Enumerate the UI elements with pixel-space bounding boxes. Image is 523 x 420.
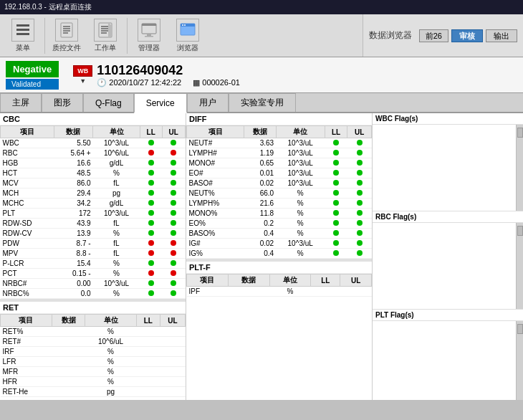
tab-graph[interactable]: 图形 — [42, 93, 83, 112]
cbc-unit: 10^3/uL — [93, 209, 140, 219]
diff-ll — [325, 178, 347, 188]
cbc-ll — [140, 259, 162, 269]
svg-rect-0 — [16, 24, 29, 27]
wbc-scroll-thumb[interactable] — [517, 128, 523, 138]
tab-qflag[interactable]: Q-Flag — [83, 93, 134, 112]
patient-info: 110126409042 🕐 2020/10/27 12:42:22 ▦ 000… — [97, 63, 240, 87]
wb-icon: WB — [73, 65, 92, 77]
tab-service[interactable]: Service — [134, 93, 187, 113]
ret-unit: pg — [85, 387, 136, 397]
toolbar-manager[interactable]: 管理器 — [132, 19, 166, 53]
plt-scrollbar[interactable] — [516, 321, 523, 400]
diff-ul — [347, 209, 372, 219]
cbc-item: PCT — [1, 269, 54, 279]
cbc-ll — [140, 199, 162, 209]
diff-unit: 10^3/uL — [276, 148, 325, 158]
ul-dot — [171, 250, 176, 256]
ret-value — [52, 357, 85, 367]
ret-ul — [160, 347, 185, 357]
ret-ul — [160, 337, 185, 347]
tab-user[interactable]: 用户 — [187, 93, 229, 112]
cbc-unit: pg — [93, 188, 140, 199]
pltf-col-ll: LL — [311, 275, 340, 287]
svg-rect-1 — [16, 29, 29, 31]
ret-ll — [136, 347, 160, 357]
ul-dot — [357, 180, 363, 186]
ul-dot — [171, 180, 176, 186]
ret-row-0: RET% % — [1, 327, 186, 337]
browser-label: 浏览器 — [177, 43, 198, 53]
right-panel: WBC Flag(s) RBC Flag(s) PLT Flag(s) — [373, 113, 523, 400]
rbc-scrollbar[interactable] — [516, 223, 523, 309]
cbc-ul — [162, 148, 185, 158]
cbc-item: RDW-SD — [1, 219, 54, 229]
ret-row-3: LFR % — [1, 357, 186, 367]
cbc-item: HGB — [1, 158, 54, 168]
wb-icon-wrap: WB ▼ — [73, 65, 92, 85]
diff-value: 0.4 — [244, 249, 277, 259]
cbc-unit: fL — [93, 178, 140, 188]
wb-container: WB ▼ 110126409042 🕐 2020/10/27 12:42:22 … — [73, 63, 240, 87]
diff-ul — [347, 138, 372, 148]
diff-item: BASO# — [187, 178, 244, 188]
diff-row-5: NEUT% 66.0 % — [187, 188, 372, 199]
ret-row-5: HFR % — [1, 377, 186, 387]
cbc-value: 0.0 — [54, 289, 92, 299]
cbc-ll — [140, 289, 162, 299]
diff-ul — [347, 239, 372, 249]
cbc-ul — [162, 279, 185, 289]
barcode-icon: ▦ — [193, 78, 200, 87]
ll-dot — [333, 210, 339, 216]
ul-dot — [357, 170, 363, 176]
ll-dot — [148, 160, 154, 166]
patient-datetime: 🕐 2020/10/27 12:42:22 — [97, 78, 181, 87]
diff-row-0: NEUT# 3.63 10^3/uL — [187, 138, 372, 148]
toolbar-worklist[interactable]: 工作单 — [88, 19, 123, 53]
cbc-row-7: PLT 172 10^3/uL — [1, 209, 186, 219]
diff-ll — [325, 138, 347, 148]
data-browser-section: 数据浏览器 前26 审核 输出 — [363, 14, 523, 57]
diff-unit: % — [276, 229, 325, 239]
diff-item: BASO% — [187, 229, 244, 239]
toolbar-menu[interactable]: 菜单 — [6, 19, 40, 53]
cbc-ul — [162, 249, 185, 259]
prev-button[interactable]: 前26 — [419, 29, 448, 42]
ret-unit: % — [85, 357, 136, 367]
ret-ul — [160, 377, 185, 387]
cbc-row-6: MCHC 34.2 g/dL — [1, 199, 186, 209]
diff-ul — [347, 148, 372, 158]
ll-dot — [148, 290, 154, 296]
ll-dot — [148, 170, 154, 176]
plt-scroll-thumb[interactable] — [517, 324, 523, 334]
diff-item: MONO% — [187, 209, 244, 219]
output-button[interactable]: 输出 — [486, 29, 517, 42]
ll-dot — [333, 240, 339, 246]
toolbar-qc[interactable]: 质控文件 — [49, 19, 84, 53]
tab-lab[interactable]: 实验室专用 — [229, 93, 296, 112]
toolbar-browser[interactable]: 浏览器 — [171, 19, 205, 53]
separator-2 — [127, 18, 128, 54]
ll-dot — [148, 220, 154, 226]
diff-value: 0.4 — [244, 229, 277, 239]
ul-dot — [171, 200, 176, 206]
wbc-scrollbar[interactable] — [516, 125, 523, 211]
cbc-ll — [140, 279, 162, 289]
diff-row-10: IG# 0.02 10^3/uL — [187, 239, 372, 249]
diff-unit: % — [276, 199, 325, 209]
ll-dot — [148, 200, 154, 206]
cbc-value: 8.8 - — [54, 249, 92, 259]
rbc-scroll-thumb[interactable] — [517, 226, 523, 236]
review-button[interactable]: 审核 — [451, 29, 483, 42]
diff-ul — [347, 168, 372, 178]
diff-item: NEUT% — [187, 188, 244, 199]
wbc-flags-label: WBC Flag(s) — [373, 113, 523, 125]
ll-dot — [148, 180, 154, 186]
diff-unit: % — [276, 209, 325, 219]
cbc-item: MCH — [1, 188, 54, 199]
diff-item: IG% — [187, 249, 244, 259]
diff-value: 21.6 — [244, 199, 277, 209]
cbc-ul — [162, 188, 185, 199]
cbc-item: WBC — [1, 138, 54, 148]
tab-main[interactable]: 主屏 — [0, 93, 42, 112]
ret-ul — [160, 367, 185, 377]
